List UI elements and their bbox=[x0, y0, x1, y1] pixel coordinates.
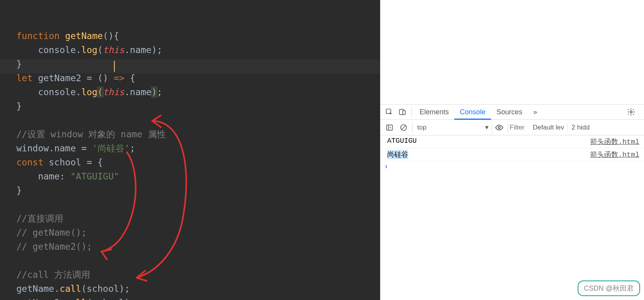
hidden-count[interactable]: 2 hidd bbox=[567, 124, 589, 131]
source-link[interactable]: 箭头函数.html bbox=[590, 137, 639, 146]
console-output[interactable]: ATGUIGU 箭头函数.html 尚硅谷 箭头函数.html › bbox=[380, 135, 644, 172]
execution-context-selector[interactable]: top ▾ bbox=[414, 120, 492, 135]
chevron-down-icon: ▾ bbox=[485, 123, 489, 131]
device-toggle-icon[interactable] bbox=[396, 108, 409, 116]
devtools-tabs: Elements Console Sources » bbox=[380, 104, 644, 120]
console-log-row[interactable]: ATGUIGU 箭头函数.html bbox=[380, 135, 644, 148]
browser-panel: Elements Console Sources » top ▾ bbox=[380, 0, 644, 300]
settings-icon[interactable] bbox=[624, 108, 638, 116]
svg-point-6 bbox=[498, 126, 500, 129]
live-expression-icon[interactable] bbox=[492, 123, 506, 132]
tabs-overflow[interactable]: » bbox=[528, 105, 543, 119]
source-link[interactable]: 箭头函数.html bbox=[590, 150, 639, 159]
console-log-row[interactable]: 尚硅谷 箭头函数.html bbox=[380, 148, 644, 161]
filter-input[interactable] bbox=[510, 124, 531, 131]
log-level-selector[interactable]: Default lev bbox=[533, 124, 564, 131]
inspect-icon[interactable] bbox=[382, 108, 396, 116]
text-cursor bbox=[114, 61, 115, 72]
log-message: 尚硅谷 bbox=[387, 150, 408, 159]
tab-sources[interactable]: Sources bbox=[491, 105, 528, 119]
clear-console-icon[interactable] bbox=[397, 124, 411, 131]
svg-rect-2 bbox=[403, 111, 406, 115]
tab-elements[interactable]: Elements bbox=[414, 105, 454, 119]
sidebar-toggle-icon[interactable] bbox=[382, 124, 397, 131]
console-toolbar: top ▾ Default lev 2 hidd bbox=[380, 120, 644, 135]
code-editor[interactable]: function getName(){ console.log(this.nam… bbox=[0, 0, 380, 300]
log-message: ATGUIGU bbox=[387, 137, 417, 146]
svg-point-3 bbox=[630, 111, 632, 113]
tab-console[interactable]: Console bbox=[454, 105, 491, 120]
context-label: top bbox=[417, 124, 427, 131]
console-prompt[interactable]: › bbox=[380, 161, 644, 172]
svg-rect-4 bbox=[387, 125, 393, 130]
code-content[interactable]: function getName(){ console.log(this.nam… bbox=[16, 29, 377, 300]
page-viewport[interactable] bbox=[380, 0, 644, 104]
